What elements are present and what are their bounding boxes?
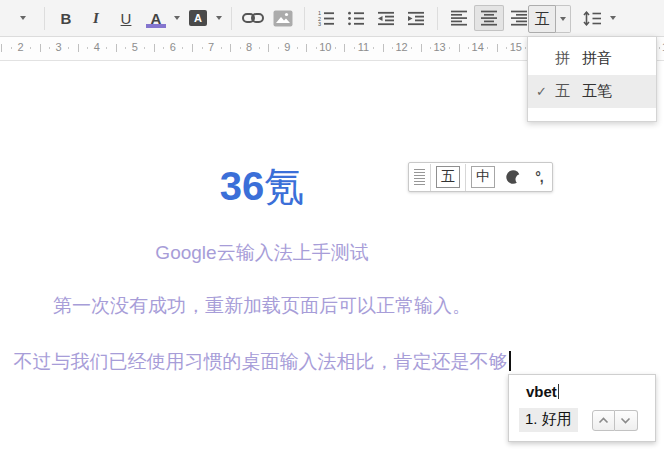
- ruler-number: 3: [56, 41, 62, 53]
- decrease-indent-button[interactable]: [371, 5, 401, 31]
- ruler-tick: [306, 44, 307, 52]
- align-left-button[interactable]: [444, 5, 474, 31]
- punctuation-toggle-button[interactable]: °,: [526, 165, 552, 189]
- width-toggle-button[interactable]: [500, 165, 526, 189]
- ruler-tick: [230, 44, 231, 52]
- ruler-number: 9: [284, 41, 290, 53]
- formatting-toolbar: B I U A A: [0, 0, 664, 37]
- editor-page: B I U A A: [0, 0, 664, 450]
- ime-typed-input: vbet: [526, 383, 559, 400]
- chevron-down-icon: [620, 417, 631, 424]
- toolbar-separator: [304, 7, 305, 30]
- ruler-tick: [11, 47, 12, 49]
- line-spacing-caret[interactable]: [610, 16, 616, 20]
- align-center-icon: [480, 10, 498, 26]
- ruler-tick: [373, 47, 374, 49]
- highlight-color-button[interactable]: A: [183, 5, 213, 31]
- menu-item-pinyin[interactable]: 拼 拼音: [528, 42, 656, 75]
- ruler-tick: [449, 47, 450, 49]
- ruler-tick: [344, 44, 345, 52]
- doc-paragraph-1[interactable]: 第一次没有成功，重新加载页面后可以正常输入。: [0, 293, 524, 319]
- line-spacing-button[interactable]: [577, 5, 607, 31]
- ruler-tick: [49, 47, 50, 49]
- insert-link-button[interactable]: [238, 5, 268, 31]
- ruler-number: 7: [208, 41, 214, 53]
- align-center-button[interactable]: [474, 5, 504, 31]
- highlight-icon: A: [189, 10, 207, 26]
- ime-language-button[interactable]: 五: [528, 5, 556, 33]
- ruler-tick: [392, 47, 393, 49]
- text-color-swatch: [146, 24, 166, 28]
- chinese-mode-button[interactable]: 中: [471, 166, 495, 188]
- ruler-number: 6: [170, 41, 176, 53]
- ruler-number: 14: [472, 41, 484, 53]
- ruler-number: 8: [246, 41, 252, 53]
- ime-bar-separator: [430, 164, 431, 191]
- ime-bar-separator: [465, 164, 466, 191]
- ruler-tick: [1, 44, 2, 52]
- drag-handle-icon[interactable]: [414, 169, 425, 186]
- ruler-tick: [411, 47, 412, 49]
- ruler-tick: [182, 47, 183, 49]
- ruler-tick: [468, 47, 469, 49]
- ruler-number: 4: [94, 41, 100, 53]
- toolbar-overflow-button[interactable]: [8, 5, 38, 31]
- italic-button[interactable]: I: [81, 5, 111, 31]
- text-cursor: [509, 351, 511, 371]
- toolbar-separator: [231, 7, 232, 30]
- doc-paragraph-2[interactable]: 不过与我们已经使用习惯的桌面输入法相比，肯定还是不够: [0, 349, 524, 375]
- ruler-tick: [268, 44, 269, 52]
- ruler-number: 13: [433, 41, 445, 53]
- ruler-tick: [240, 47, 241, 49]
- ruler-tick: [106, 47, 107, 49]
- ruler-tick: [487, 47, 488, 49]
- increase-indent-button[interactable]: [401, 5, 431, 31]
- underline-button[interactable]: U: [111, 5, 141, 31]
- text-color-button[interactable]: A: [141, 5, 171, 31]
- moon-icon: [505, 169, 521, 185]
- ruler-tick: [506, 47, 507, 49]
- numbered-list-button[interactable]: 123: [311, 5, 341, 31]
- ruler-tick: [87, 47, 88, 49]
- candidate-item-1[interactable]: 1. 好用: [519, 408, 578, 432]
- ruler-number: 11: [358, 41, 369, 53]
- ime-language-menu: 拼 拼音 ✓ 五 五笔: [527, 36, 657, 122]
- pinyin-label: 拼音: [582, 49, 612, 68]
- menu-item-wubi[interactable]: ✓ 五 五笔: [528, 75, 656, 108]
- candidate-index: 1.: [525, 410, 538, 427]
- wubi-indicator-button[interactable]: 五: [436, 166, 460, 188]
- ime-language-button-group: 五: [528, 5, 571, 33]
- align-right-icon: [510, 10, 528, 26]
- numbered-list-icon: 123: [317, 11, 335, 26]
- ruler-tick: [116, 44, 117, 52]
- ime-language-caret[interactable]: [556, 5, 571, 33]
- pinyin-key-label: 拼: [555, 49, 582, 68]
- ruler-number: 10: [319, 41, 331, 53]
- ruler-tick: [354, 47, 355, 49]
- ruler-tick: [40, 44, 41, 52]
- insert-image-button[interactable]: [268, 5, 298, 31]
- indent-icon: [407, 11, 425, 26]
- candidate-text: 好用: [542, 410, 572, 427]
- ruler-tick: [202, 47, 203, 49]
- line-spacing-icon: [583, 11, 602, 26]
- ime-candidate-window: vbet 1. 好用: [508, 374, 656, 442]
- ruler-tick: [78, 44, 79, 52]
- ruler-tick: [497, 44, 498, 52]
- ruler-tick: [430, 47, 431, 49]
- text-color-caret[interactable]: [174, 16, 180, 20]
- ruler-tick: [421, 44, 422, 52]
- wubi-label: 五笔: [582, 82, 612, 101]
- page-down-button[interactable]: [615, 410, 638, 431]
- page-up-button[interactable]: [592, 410, 615, 431]
- bold-button[interactable]: B: [51, 5, 81, 31]
- candidate-row: 1. 好用: [519, 408, 638, 432]
- doc-subtitle[interactable]: Google云输入法上手测试: [0, 240, 524, 266]
- link-icon: [242, 12, 264, 24]
- doc-title-number: 36: [220, 164, 265, 208]
- bulleted-list-button[interactable]: [341, 5, 371, 31]
- ruler-tick: [221, 47, 222, 49]
- document-canvas[interactable]: 36氪 Google云输入法上手测试 第一次没有成功，重新加载页面后可以正常输入…: [0, 60, 524, 375]
- ruler-tick: [459, 44, 460, 52]
- highlight-color-caret[interactable]: [216, 16, 222, 20]
